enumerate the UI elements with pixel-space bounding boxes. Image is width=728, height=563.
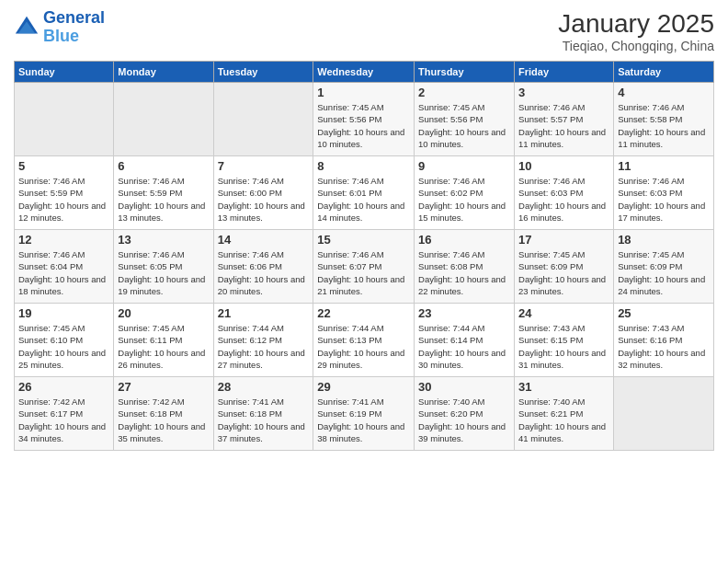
calendar-day-cell: 14Sunrise: 7:46 AM Sunset: 6:06 PM Dayli… bbox=[213, 230, 313, 304]
calendar-week-row: 19Sunrise: 7:45 AM Sunset: 6:10 PM Dayli… bbox=[15, 304, 714, 377]
day-number: 5 bbox=[18, 159, 109, 173]
calendar-day-cell: 17Sunrise: 7:45 AM Sunset: 6:09 PM Dayli… bbox=[515, 230, 614, 304]
day-number: 1 bbox=[317, 86, 410, 99]
header: General Blue January 2025 Tieqiao, Chong… bbox=[14, 9, 714, 53]
subtitle: Tieqiao, Chongqing, China bbox=[558, 39, 714, 53]
day-number: 28 bbox=[218, 380, 310, 394]
day-info: Sunrise: 7:46 AM Sunset: 6:06 PM Dayligh… bbox=[218, 248, 310, 297]
day-number: 14 bbox=[218, 233, 310, 247]
day-info: Sunrise: 7:46 AM Sunset: 6:03 PM Dayligh… bbox=[618, 175, 710, 224]
day-number: 13 bbox=[118, 233, 209, 247]
day-number: 27 bbox=[118, 380, 209, 394]
header-friday: Friday bbox=[515, 62, 614, 83]
day-info: Sunrise: 7:41 AM Sunset: 6:19 PM Dayligh… bbox=[317, 396, 410, 444]
calendar-day-cell: 29Sunrise: 7:41 AM Sunset: 6:19 PM Dayli… bbox=[313, 377, 415, 451]
day-number: 24 bbox=[518, 306, 609, 320]
calendar-day-cell: 27Sunrise: 7:42 AM Sunset: 6:18 PM Dayli… bbox=[114, 377, 213, 451]
day-number: 31 bbox=[518, 380, 609, 394]
calendar-day-cell: 18Sunrise: 7:45 AM Sunset: 6:09 PM Dayli… bbox=[614, 230, 714, 304]
calendar-day-cell: 23Sunrise: 7:44 AM Sunset: 6:14 PM Dayli… bbox=[415, 304, 515, 377]
day-number: 10 bbox=[518, 159, 609, 173]
calendar-day-cell: 11Sunrise: 7:46 AM Sunset: 6:03 PM Dayli… bbox=[614, 156, 714, 230]
day-number: 26 bbox=[18, 380, 109, 394]
logo-text: General Blue bbox=[43, 9, 105, 46]
day-number: 17 bbox=[518, 233, 609, 247]
day-info: Sunrise: 7:45 AM Sunset: 5:56 PM Dayligh… bbox=[418, 101, 510, 150]
day-info: Sunrise: 7:46 AM Sunset: 6:00 PM Dayligh… bbox=[218, 175, 310, 224]
header-tuesday: Tuesday bbox=[213, 62, 313, 83]
day-info: Sunrise: 7:44 AM Sunset: 6:14 PM Dayligh… bbox=[418, 322, 510, 371]
calendar-day-cell: 31Sunrise: 7:40 AM Sunset: 6:21 PM Dayli… bbox=[515, 377, 614, 451]
calendar-day-cell: 6Sunrise: 7:46 AM Sunset: 5:59 PM Daylig… bbox=[114, 156, 213, 230]
calendar-day-cell: 7Sunrise: 7:46 AM Sunset: 6:00 PM Daylig… bbox=[213, 156, 313, 230]
day-info: Sunrise: 7:41 AM Sunset: 6:18 PM Dayligh… bbox=[218, 396, 310, 444]
day-number: 12 bbox=[18, 233, 109, 247]
day-info: Sunrise: 7:45 AM Sunset: 6:10 PM Dayligh… bbox=[18, 322, 109, 371]
day-info: Sunrise: 7:46 AM Sunset: 6:07 PM Dayligh… bbox=[317, 248, 410, 297]
calendar-day-cell: 5Sunrise: 7:46 AM Sunset: 5:59 PM Daylig… bbox=[15, 156, 114, 230]
day-number: 19 bbox=[18, 306, 109, 320]
calendar-day-cell: 8Sunrise: 7:46 AM Sunset: 6:01 PM Daylig… bbox=[313, 156, 415, 230]
day-info: Sunrise: 7:45 AM Sunset: 6:09 PM Dayligh… bbox=[618, 248, 710, 297]
day-info: Sunrise: 7:46 AM Sunset: 6:02 PM Dayligh… bbox=[418, 175, 510, 224]
day-number: 20 bbox=[118, 306, 209, 320]
calendar-day-cell: 19Sunrise: 7:45 AM Sunset: 6:10 PM Dayli… bbox=[15, 304, 114, 377]
day-number: 4 bbox=[618, 86, 710, 99]
day-info: Sunrise: 7:46 AM Sunset: 6:03 PM Dayligh… bbox=[518, 175, 609, 224]
page-container: General Blue January 2025 Tieqiao, Chong… bbox=[0, 0, 728, 460]
day-info: Sunrise: 7:45 AM Sunset: 6:09 PM Dayligh… bbox=[518, 248, 609, 297]
day-info: Sunrise: 7:44 AM Sunset: 6:12 PM Dayligh… bbox=[218, 322, 310, 371]
day-number: 29 bbox=[317, 380, 410, 394]
day-info: Sunrise: 7:46 AM Sunset: 6:04 PM Dayligh… bbox=[18, 248, 109, 297]
calendar-day-cell: 10Sunrise: 7:46 AM Sunset: 6:03 PM Dayli… bbox=[515, 156, 614, 230]
calendar-week-row: 1Sunrise: 7:45 AM Sunset: 5:56 PM Daylig… bbox=[15, 83, 714, 156]
day-number: 22 bbox=[317, 306, 410, 320]
day-number: 6 bbox=[118, 159, 209, 173]
calendar-day-cell bbox=[15, 83, 114, 156]
header-wednesday: Wednesday bbox=[313, 62, 415, 83]
calendar-header-row: Sunday Monday Tuesday Wednesday Thursday… bbox=[15, 62, 714, 83]
day-number: 23 bbox=[418, 306, 510, 320]
calendar-week-row: 5Sunrise: 7:46 AM Sunset: 5:59 PM Daylig… bbox=[15, 156, 714, 230]
day-number: 15 bbox=[317, 233, 410, 247]
day-info: Sunrise: 7:46 AM Sunset: 5:57 PM Dayligh… bbox=[518, 101, 609, 150]
calendar-day-cell: 12Sunrise: 7:46 AM Sunset: 6:04 PM Dayli… bbox=[15, 230, 114, 304]
calendar-day-cell: 25Sunrise: 7:43 AM Sunset: 6:16 PM Dayli… bbox=[614, 304, 714, 377]
calendar-week-row: 26Sunrise: 7:42 AM Sunset: 6:17 PM Dayli… bbox=[15, 377, 714, 451]
calendar-day-cell: 9Sunrise: 7:46 AM Sunset: 6:02 PM Daylig… bbox=[415, 156, 515, 230]
calendar-day-cell: 22Sunrise: 7:44 AM Sunset: 6:13 PM Dayli… bbox=[313, 304, 415, 377]
calendar-table: Sunday Monday Tuesday Wednesday Thursday… bbox=[14, 61, 714, 451]
header-saturday: Saturday bbox=[614, 62, 714, 83]
calendar-day-cell: 16Sunrise: 7:46 AM Sunset: 6:08 PM Dayli… bbox=[415, 230, 515, 304]
day-info: Sunrise: 7:44 AM Sunset: 6:13 PM Dayligh… bbox=[317, 322, 410, 371]
day-number: 2 bbox=[418, 86, 510, 99]
calendar-day-cell: 24Sunrise: 7:43 AM Sunset: 6:15 PM Dayli… bbox=[515, 304, 614, 377]
calendar-day-cell: 2Sunrise: 7:45 AM Sunset: 5:56 PM Daylig… bbox=[415, 83, 515, 156]
day-number: 21 bbox=[218, 306, 310, 320]
calendar-day-cell: 26Sunrise: 7:42 AM Sunset: 6:17 PM Dayli… bbox=[15, 377, 114, 451]
month-title: January 2025 bbox=[558, 9, 714, 39]
day-number: 8 bbox=[317, 159, 410, 173]
header-thursday: Thursday bbox=[415, 62, 515, 83]
day-number: 25 bbox=[618, 306, 710, 320]
calendar-day-cell: 28Sunrise: 7:41 AM Sunset: 6:18 PM Dayli… bbox=[213, 377, 313, 451]
day-info: Sunrise: 7:46 AM Sunset: 5:59 PM Dayligh… bbox=[118, 175, 209, 224]
calendar-day-cell: 20Sunrise: 7:45 AM Sunset: 6:11 PM Dayli… bbox=[114, 304, 213, 377]
day-number: 7 bbox=[218, 159, 310, 173]
header-monday: Monday bbox=[114, 62, 213, 83]
day-info: Sunrise: 7:43 AM Sunset: 6:15 PM Dayligh… bbox=[518, 322, 609, 371]
day-info: Sunrise: 7:43 AM Sunset: 6:16 PM Dayligh… bbox=[618, 322, 710, 371]
calendar-day-cell: 15Sunrise: 7:46 AM Sunset: 6:07 PM Dayli… bbox=[313, 230, 415, 304]
title-block: January 2025 Tieqiao, Chongqing, China bbox=[558, 9, 714, 53]
calendar-day-cell bbox=[614, 377, 714, 451]
day-info: Sunrise: 7:46 AM Sunset: 5:58 PM Dayligh… bbox=[618, 101, 710, 150]
day-info: Sunrise: 7:40 AM Sunset: 6:21 PM Dayligh… bbox=[518, 396, 609, 444]
calendar-day-cell: 13Sunrise: 7:46 AM Sunset: 6:05 PM Dayli… bbox=[114, 230, 213, 304]
day-number: 30 bbox=[418, 380, 510, 394]
day-info: Sunrise: 7:42 AM Sunset: 6:18 PM Dayligh… bbox=[118, 396, 209, 444]
logo: General Blue bbox=[14, 9, 105, 46]
calendar-day-cell: 30Sunrise: 7:40 AM Sunset: 6:20 PM Dayli… bbox=[415, 377, 515, 451]
header-sunday: Sunday bbox=[15, 62, 114, 83]
calendar-day-cell bbox=[114, 83, 213, 156]
day-number: 11 bbox=[618, 159, 710, 173]
